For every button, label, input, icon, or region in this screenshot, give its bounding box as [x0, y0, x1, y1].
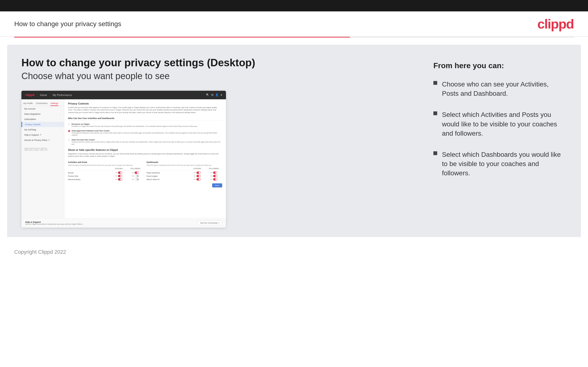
mock-sidebar-subscription[interactable]: Subscription › — [21, 117, 64, 122]
mock-privacy-desc: Control how you and your data appears to… — [68, 106, 222, 114]
mock-work-coaches-toggle[interactable] — [197, 178, 201, 181]
logo: clippd — [537, 16, 574, 32]
mock-sidebar-label: My Golf Bag — [24, 128, 36, 131]
chevron-right-icon: › — [61, 113, 61, 115]
mock-who-can-see-title: Who Can See Your Activities and Dashboar… — [68, 117, 222, 121]
mock-tab-settings[interactable]: Settings — [51, 102, 58, 106]
mock-sidebar-tabs: My Profile Connections Settings — [21, 101, 64, 106]
grid-icon: ⊞ — [211, 93, 213, 96]
mock-tab-connections[interactable]: Connections — [36, 102, 48, 106]
mock-sidebar-version: Clippd Client Version: 2022.8.2SQL Serve… — [21, 146, 64, 153]
mock-sidebar: My Profile Connections Settings My Accou… — [21, 99, 64, 218]
right-section: From here you can: Choose who can see yo… — [433, 57, 567, 228]
mock-sidebar-label: Privacy Controls — [25, 123, 41, 126]
header: How to change your privacy settings clip… — [0, 11, 588, 37]
page-subheading: Choose what you want people to see — [21, 71, 419, 81]
mock-sidebar-label: My Account — [24, 108, 35, 110]
mock-radio-button-coach[interactable] — [68, 139, 70, 141]
mock-dashboards-desc: Select the types of activity that you'd … — [147, 164, 222, 166]
mock-player-followers-toggle[interactable] — [213, 172, 217, 174]
mock-practice-followers-toggle[interactable] — [135, 175, 139, 177]
mock-sidebar-help[interactable]: Help & Support ↗ — [21, 132, 64, 138]
bullet-text-2: Select which Activities and Posts you wo… — [442, 110, 567, 138]
avatar-icon: ● — [221, 93, 222, 96]
mock-dash-col-coaches: COACHES — [189, 168, 206, 169]
mock-radio-desc-everyone: Everyone on Clippd can search for you an… — [72, 125, 198, 127]
mock-radio-label-everyone: Everyone on Clippd — [72, 123, 198, 125]
mock-privacy-title: Privacy Controls — [68, 102, 222, 105]
mock-manual-followers-toggle[interactable] — [135, 178, 139, 181]
mock-radio-followers[interactable]: Only Approved Followers and Your Coach O… — [68, 130, 222, 136]
mock-rounds-followers-toggle[interactable] — [135, 172, 139, 174]
mock-sidebar-data-integrations[interactable]: Data Integrations › — [21, 111, 64, 117]
mock-sidebar-label: Subscription — [24, 118, 36, 120]
mock-help-section: Help & Support Visit our Clippd communit… — [21, 218, 226, 228]
mock-insights-followers-toggle[interactable] — [213, 175, 217, 177]
mock-radio-everyone[interactable]: Everyone on Clippd Everyone on Clippd ca… — [68, 123, 222, 127]
mock-activities-header: COACHES FOLLOWERS — [68, 168, 144, 170]
mock-main-panel: Privacy Controls Control how you and you… — [64, 99, 226, 218]
bullet-text-3: Select which Dashboards you would like t… — [442, 150, 567, 178]
mock-radio-label-coach: Only You and Your Coach — [72, 139, 222, 141]
mock-col-coaches: COACHES — [110, 168, 127, 169]
mock-visit-community-button[interactable]: Visit Our Community ↗ — [198, 221, 222, 225]
mock-radio-group: Everyone on Clippd Everyone on Clippd ca… — [68, 123, 222, 145]
mock-insights-coaches-toggle[interactable] — [197, 175, 201, 177]
header-title: How to change your privacy settings — [14, 20, 121, 28]
mock-manual-coaches-toggle[interactable] — [118, 178, 122, 181]
mock-radio-button-everyone[interactable] — [68, 123, 70, 125]
mock-save-button[interactable]: Save — [212, 184, 222, 187]
copyright-text: Copyright Clippd 2022 — [14, 249, 66, 255]
mock-dashboards-header: COACHES FOLLOWERS — [147, 168, 222, 170]
mock-toggle-row-what-to-work: What To Work On ON ON — [147, 178, 222, 181]
mock-radio-button-followers[interactable] — [68, 130, 70, 132]
person-icon: 👤 — [215, 93, 219, 96]
mock-sidebar-privacy-controls[interactable]: Privacy Controls › — [21, 122, 64, 127]
mock-sidebar-privacy-policy[interactable]: Service & Privacy Policy ↗ — [21, 138, 64, 143]
mock-sidebar-label: Data Integrations — [24, 113, 41, 115]
mock-sidebar-golf-bag[interactable]: My Golf Bag › — [21, 127, 64, 132]
bullet-item-2: Select which Activities and Posts you wo… — [433, 110, 567, 138]
mock-help-title: Help & Support — [25, 221, 83, 223]
mock-rounds-coaches-toggle[interactable] — [118, 172, 122, 174]
main-content: How to change your privacy settings (Des… — [7, 45, 581, 237]
chevron-right-icon: › — [61, 123, 61, 125]
bullet-list: Choose who can see your Activities, Post… — [433, 80, 567, 178]
bullet-item-3: Select which Dashboards you would like t… — [433, 150, 567, 178]
mock-tab-profile[interactable]: My Profile — [23, 102, 33, 106]
bullet-item-1: Choose who can see your Activities, Post… — [433, 80, 567, 98]
bullet-marker-2 — [433, 111, 437, 115]
footer: Copyright Clippd 2022 — [0, 244, 588, 260]
mock-nav-performance: My Performance — [53, 94, 72, 96]
mock-radio-coach[interactable]: Only You and Your Coach Only you and the… — [68, 139, 222, 145]
bullet-marker-3 — [433, 151, 437, 155]
mock-sidebar-label: Service & Privacy Policy ↗ — [24, 139, 50, 141]
mock-activities-table: Activities and Posts Select the types of… — [68, 161, 144, 181]
mock-dash-col-followers: FOLLOWERS — [206, 168, 222, 169]
mock-toggle-row-manual: Manual Activities ON ON — [68, 178, 144, 181]
mock-work-followers-toggle[interactable] — [213, 178, 217, 181]
bullet-text-1: Choose who can see your Activities, Post… — [442, 80, 567, 98]
mock-dashboards-title: Dashboards — [147, 161, 222, 163]
mock-col-followers: FOLLOWERS — [127, 168, 144, 169]
mock-nav-home: Home — [40, 94, 47, 96]
chevron-right-icon: › — [61, 108, 61, 110]
mock-navbar: clippd Home My Performance 🔍 ⊞ 👤 ● — [21, 91, 226, 99]
screenshot-mockup: clippd Home My Performance 🔍 ⊞ 👤 ● My Pr… — [21, 91, 226, 228]
mock-toggle-tables: Activities and Posts Select the types of… — [68, 161, 222, 181]
mock-radio-desc-coach: Only you and the coaches you connect wit… — [72, 141, 222, 145]
mock-radio-desc-followers: Only approved followers and coaches you … — [72, 132, 222, 136]
mock-help-desc: Visit our Clippd community to troublesho… — [25, 223, 83, 225]
mock-practice-coaches-toggle[interactable] — [118, 175, 122, 177]
top-bar — [0, 0, 588, 11]
header-underline — [14, 37, 574, 38]
mock-sidebar-label: Help & Support ↗ — [24, 134, 41, 136]
mock-activities-desc: Select the types of activity that you'd … — [68, 164, 144, 166]
mock-sidebar-my-account[interactable]: My Account › — [21, 106, 64, 111]
right-heading: From here you can: — [433, 61, 567, 70]
mock-toggle-row-player-dash: Player Dashboard ON ON — [147, 171, 222, 174]
mock-app-logo: clippd — [25, 93, 34, 97]
chevron-right-icon: › — [61, 118, 61, 120]
mock-show-hide-desc: Regardless of the privacy controls that … — [68, 153, 222, 158]
mock-player-coaches-toggle[interactable] — [197, 172, 201, 174]
